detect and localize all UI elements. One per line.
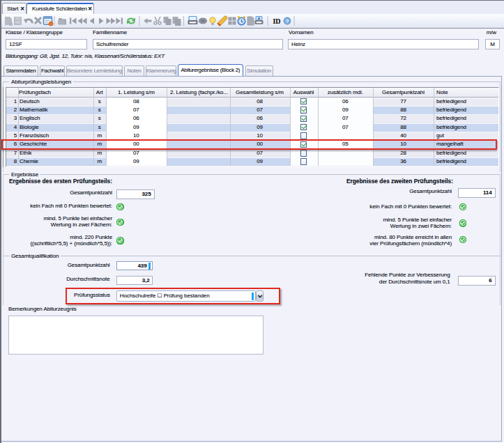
svg-text:z: z (258, 16, 260, 20)
svg-text:?: ? (286, 18, 289, 24)
svg-text:ID: ID (273, 17, 281, 25)
